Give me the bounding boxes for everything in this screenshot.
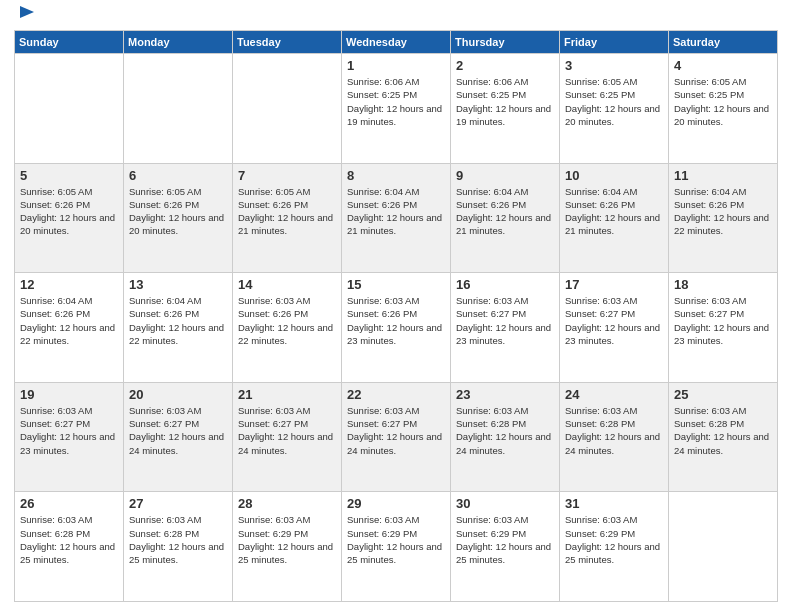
page: SundayMondayTuesdayWednesdayThursdayFrid… — [0, 0, 792, 612]
day-number: 17 — [565, 277, 663, 292]
calendar-cell: 23 Sunrise: 6:03 AM Sunset: 6:28 PM Dayl… — [451, 382, 560, 492]
day-number: 28 — [238, 496, 336, 511]
calendar-cell: 16 Sunrise: 6:03 AM Sunset: 6:27 PM Dayl… — [451, 273, 560, 383]
calendar-cell: 29 Sunrise: 6:03 AM Sunset: 6:29 PM Dayl… — [342, 492, 451, 602]
day-number: 30 — [456, 496, 554, 511]
logo-flag-icon — [17, 4, 37, 24]
calendar-cell: 7 Sunrise: 6:05 AM Sunset: 6:26 PM Dayli… — [233, 163, 342, 273]
calendar-cell: 19 Sunrise: 6:03 AM Sunset: 6:27 PM Dayl… — [15, 382, 124, 492]
calendar-cell: 17 Sunrise: 6:03 AM Sunset: 6:27 PM Dayl… — [560, 273, 669, 383]
day-info: Sunrise: 6:04 AM Sunset: 6:26 PM Dayligh… — [347, 185, 445, 238]
svg-marker-0 — [20, 6, 34, 18]
calendar-cell: 1 Sunrise: 6:06 AM Sunset: 6:25 PM Dayli… — [342, 54, 451, 164]
header — [14, 10, 778, 24]
day-number: 16 — [456, 277, 554, 292]
calendar-cell: 6 Sunrise: 6:05 AM Sunset: 6:26 PM Dayli… — [124, 163, 233, 273]
calendar-cell: 9 Sunrise: 6:04 AM Sunset: 6:26 PM Dayli… — [451, 163, 560, 273]
day-number: 21 — [238, 387, 336, 402]
calendar-day-header: Tuesday — [233, 31, 342, 54]
day-number: 26 — [20, 496, 118, 511]
calendar-cell — [15, 54, 124, 164]
day-number: 3 — [565, 58, 663, 73]
calendar-week-row: 26 Sunrise: 6:03 AM Sunset: 6:28 PM Dayl… — [15, 492, 778, 602]
calendar-cell: 10 Sunrise: 6:04 AM Sunset: 6:26 PM Dayl… — [560, 163, 669, 273]
day-number: 18 — [674, 277, 772, 292]
day-number: 1 — [347, 58, 445, 73]
day-info: Sunrise: 6:03 AM Sunset: 6:27 PM Dayligh… — [456, 294, 554, 347]
day-number: 2 — [456, 58, 554, 73]
calendar-cell — [233, 54, 342, 164]
day-number: 12 — [20, 277, 118, 292]
day-info: Sunrise: 6:03 AM Sunset: 6:27 PM Dayligh… — [238, 404, 336, 457]
day-info: Sunrise: 6:03 AM Sunset: 6:26 PM Dayligh… — [238, 294, 336, 347]
day-number: 31 — [565, 496, 663, 511]
calendar-cell — [669, 492, 778, 602]
day-number: 24 — [565, 387, 663, 402]
day-number: 14 — [238, 277, 336, 292]
day-info: Sunrise: 6:04 AM Sunset: 6:26 PM Dayligh… — [674, 185, 772, 238]
calendar-day-header: Thursday — [451, 31, 560, 54]
logo — [14, 10, 37, 24]
calendar-cell: 20 Sunrise: 6:03 AM Sunset: 6:27 PM Dayl… — [124, 382, 233, 492]
calendar-week-row: 1 Sunrise: 6:06 AM Sunset: 6:25 PM Dayli… — [15, 54, 778, 164]
day-info: Sunrise: 6:03 AM Sunset: 6:27 PM Dayligh… — [565, 294, 663, 347]
day-number: 10 — [565, 168, 663, 183]
day-info: Sunrise: 6:03 AM Sunset: 6:27 PM Dayligh… — [129, 404, 227, 457]
day-info: Sunrise: 6:06 AM Sunset: 6:25 PM Dayligh… — [456, 75, 554, 128]
calendar-day-header: Monday — [124, 31, 233, 54]
calendar-cell: 14 Sunrise: 6:03 AM Sunset: 6:26 PM Dayl… — [233, 273, 342, 383]
calendar-cell: 18 Sunrise: 6:03 AM Sunset: 6:27 PM Dayl… — [669, 273, 778, 383]
day-info: Sunrise: 6:05 AM Sunset: 6:26 PM Dayligh… — [129, 185, 227, 238]
day-number: 6 — [129, 168, 227, 183]
day-info: Sunrise: 6:03 AM Sunset: 6:29 PM Dayligh… — [456, 513, 554, 566]
day-info: Sunrise: 6:05 AM Sunset: 6:26 PM Dayligh… — [20, 185, 118, 238]
day-number: 27 — [129, 496, 227, 511]
calendar-week-row: 5 Sunrise: 6:05 AM Sunset: 6:26 PM Dayli… — [15, 163, 778, 273]
day-info: Sunrise: 6:03 AM Sunset: 6:27 PM Dayligh… — [20, 404, 118, 457]
day-number: 19 — [20, 387, 118, 402]
calendar-table: SundayMondayTuesdayWednesdayThursdayFrid… — [14, 30, 778, 602]
calendar-cell: 26 Sunrise: 6:03 AM Sunset: 6:28 PM Dayl… — [15, 492, 124, 602]
day-number: 15 — [347, 277, 445, 292]
day-number: 29 — [347, 496, 445, 511]
day-info: Sunrise: 6:04 AM Sunset: 6:26 PM Dayligh… — [456, 185, 554, 238]
day-info: Sunrise: 6:03 AM Sunset: 6:29 PM Dayligh… — [238, 513, 336, 566]
calendar-cell: 15 Sunrise: 6:03 AM Sunset: 6:26 PM Dayl… — [342, 273, 451, 383]
day-info: Sunrise: 6:03 AM Sunset: 6:29 PM Dayligh… — [565, 513, 663, 566]
calendar-cell: 4 Sunrise: 6:05 AM Sunset: 6:25 PM Dayli… — [669, 54, 778, 164]
day-info: Sunrise: 6:06 AM Sunset: 6:25 PM Dayligh… — [347, 75, 445, 128]
day-number: 7 — [238, 168, 336, 183]
day-info: Sunrise: 6:05 AM Sunset: 6:25 PM Dayligh… — [674, 75, 772, 128]
calendar-cell: 2 Sunrise: 6:06 AM Sunset: 6:25 PM Dayli… — [451, 54, 560, 164]
calendar-week-row: 12 Sunrise: 6:04 AM Sunset: 6:26 PM Dayl… — [15, 273, 778, 383]
day-info: Sunrise: 6:04 AM Sunset: 6:26 PM Dayligh… — [565, 185, 663, 238]
calendar-day-header: Wednesday — [342, 31, 451, 54]
calendar-week-row: 19 Sunrise: 6:03 AM Sunset: 6:27 PM Dayl… — [15, 382, 778, 492]
day-info: Sunrise: 6:03 AM Sunset: 6:26 PM Dayligh… — [347, 294, 445, 347]
day-info: Sunrise: 6:05 AM Sunset: 6:25 PM Dayligh… — [565, 75, 663, 128]
day-info: Sunrise: 6:03 AM Sunset: 6:28 PM Dayligh… — [565, 404, 663, 457]
calendar-cell: 30 Sunrise: 6:03 AM Sunset: 6:29 PM Dayl… — [451, 492, 560, 602]
calendar-cell: 5 Sunrise: 6:05 AM Sunset: 6:26 PM Dayli… — [15, 163, 124, 273]
day-number: 9 — [456, 168, 554, 183]
calendar-day-header: Saturday — [669, 31, 778, 54]
day-number: 13 — [129, 277, 227, 292]
day-info: Sunrise: 6:03 AM Sunset: 6:28 PM Dayligh… — [674, 404, 772, 457]
day-info: Sunrise: 6:03 AM Sunset: 6:27 PM Dayligh… — [347, 404, 445, 457]
calendar-cell: 25 Sunrise: 6:03 AM Sunset: 6:28 PM Dayl… — [669, 382, 778, 492]
day-number: 11 — [674, 168, 772, 183]
day-info: Sunrise: 6:04 AM Sunset: 6:26 PM Dayligh… — [129, 294, 227, 347]
calendar-cell: 24 Sunrise: 6:03 AM Sunset: 6:28 PM Dayl… — [560, 382, 669, 492]
day-number: 20 — [129, 387, 227, 402]
day-info: Sunrise: 6:03 AM Sunset: 6:27 PM Dayligh… — [674, 294, 772, 347]
calendar-cell: 13 Sunrise: 6:04 AM Sunset: 6:26 PM Dayl… — [124, 273, 233, 383]
day-info: Sunrise: 6:04 AM Sunset: 6:26 PM Dayligh… — [20, 294, 118, 347]
calendar-cell: 3 Sunrise: 6:05 AM Sunset: 6:25 PM Dayli… — [560, 54, 669, 164]
day-number: 8 — [347, 168, 445, 183]
calendar-cell: 27 Sunrise: 6:03 AM Sunset: 6:28 PM Dayl… — [124, 492, 233, 602]
calendar-cell: 28 Sunrise: 6:03 AM Sunset: 6:29 PM Dayl… — [233, 492, 342, 602]
day-info: Sunrise: 6:03 AM Sunset: 6:28 PM Dayligh… — [129, 513, 227, 566]
calendar-cell: 8 Sunrise: 6:04 AM Sunset: 6:26 PM Dayli… — [342, 163, 451, 273]
day-number: 25 — [674, 387, 772, 402]
day-number: 4 — [674, 58, 772, 73]
